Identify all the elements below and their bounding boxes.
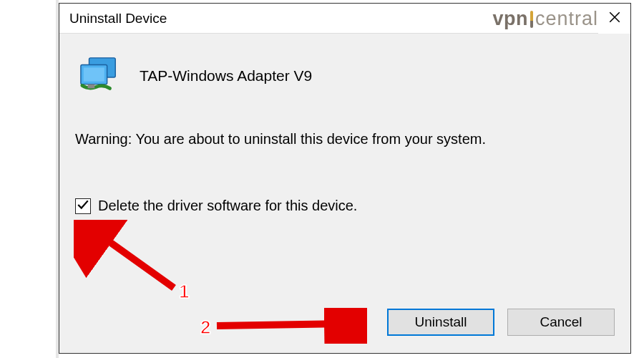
- annotation-arrow-1: [74, 220, 195, 299]
- device-header: TAP-Windows Adapter V9: [75, 55, 615, 97]
- svg-line-4: [94, 231, 174, 288]
- device-name-label: TAP-Windows Adapter V9: [140, 67, 312, 84]
- svg-rect-2: [84, 67, 104, 81]
- close-icon: [608, 9, 621, 28]
- delete-driver-row: Delete the driver software for this devi…: [75, 198, 615, 214]
- dialog-title: Uninstall Device: [69, 11, 167, 26]
- delete-driver-checkbox[interactable]: [75, 198, 91, 214]
- dialog-button-row: Uninstall Cancel: [387, 309, 615, 336]
- checkmark-icon: [77, 198, 89, 214]
- uninstall-button[interactable]: Uninstall: [387, 309, 494, 336]
- warning-text: Warning: You are about to uninstall this…: [75, 131, 615, 147]
- dialog-content: TAP-Windows Adapter V9 Warning: You are …: [59, 34, 630, 353]
- annotation-number-2: 2: [200, 316, 210, 339]
- cancel-button[interactable]: Cancel: [507, 309, 615, 336]
- annotation-number-1: 1: [179, 281, 189, 303]
- watermark-divider-icon: [530, 11, 533, 28]
- svg-line-5: [217, 324, 346, 326]
- svg-rect-3: [88, 84, 95, 89]
- close-button[interactable]: [598, 4, 630, 34]
- delete-driver-label: Delete the driver software for this devi…: [98, 198, 357, 214]
- uninstall-device-dialog: Uninstall Device vpn central TAP-Windows: [59, 3, 631, 354]
- watermark-logo: vpn central: [492, 8, 598, 30]
- network-adapter-icon: [75, 55, 124, 97]
- annotation-arrow-2: [210, 308, 367, 344]
